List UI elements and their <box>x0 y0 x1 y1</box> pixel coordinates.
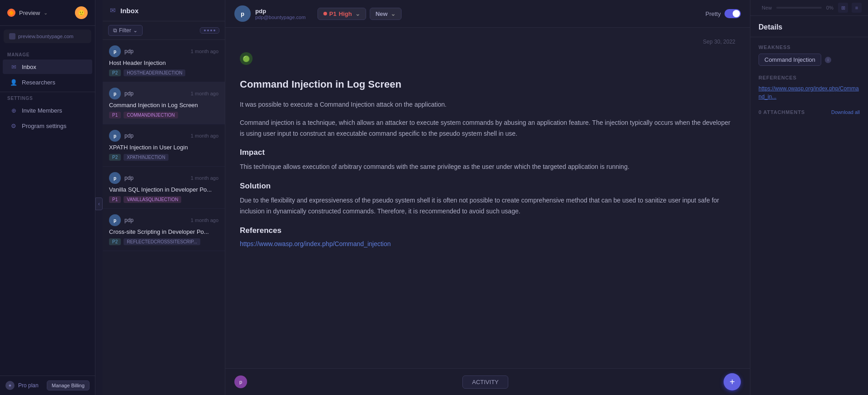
inbox-author-2: pdp <box>124 133 134 139</box>
progress-track <box>776 7 822 9</box>
inbox-avatar-0: p <box>109 45 121 57</box>
inbox-item-3[interactable]: p pdp 1 month ago Vanilla SQL Injection … <box>103 167 225 209</box>
inbox-avatar-4: p <box>109 214 121 226</box>
inbox-item-0[interactable]: p pdp 1 month ago Host Header Injection … <box>103 40 225 82</box>
inbox-toolbar: ⧉ Filter ⌄ <box>103 21 225 40</box>
sidebar-researchers-label: Researchers <box>22 79 55 86</box>
report-email: pdp@bountypage.com <box>255 15 306 20</box>
report-author-avatar: p <box>234 5 251 22</box>
weakness-info-icon[interactable]: i <box>825 57 831 63</box>
inbox-item-4[interactable]: p pdp 1 month ago Cross-site Scripting i… <box>103 209 225 251</box>
fab-add-button[interactable]: + <box>724 373 741 390</box>
sidebar-settings-label: Program settings <box>22 123 66 129</box>
inbox-tag-0: HOSTHEADERINJECTION <box>124 69 185 76</box>
references-title: References <box>240 226 735 235</box>
solution-title: Solution <box>240 182 735 191</box>
report-reference-link[interactable]: https://www.owasp.org/index.php/Command_… <box>240 240 391 247</box>
activity-button[interactable]: ACTIVITY <box>462 375 508 389</box>
url-text: preview.bountypage.com <box>18 34 74 39</box>
sidebar-collapse-button[interactable]: ‹ <box>95 198 103 210</box>
bottom-avatar: p <box>234 375 247 388</box>
inbox-time-2: 1 month ago <box>191 133 218 138</box>
attachments-section: 0 Attachments Download all <box>759 109 860 115</box>
status-value: New <box>376 10 388 17</box>
dot3 <box>210 30 212 31</box>
filter-icon: ⧉ <box>113 27 117 34</box>
report-username: pdp <box>255 8 306 15</box>
dots-menu-button[interactable] <box>200 27 219 34</box>
inbox-item-2[interactable]: p pdp 1 month ago XPATH Injection in Use… <box>103 124 225 167</box>
inbox-avatar-2: p <box>109 130 121 142</box>
severity-badge[interactable]: P1 High ⌄ <box>317 8 366 20</box>
manage-billing-button[interactable]: Manage Billing <box>47 380 89 390</box>
main-content: p pdp pdp@bountypage.com P1 High ⌄ New ⌄… <box>225 0 750 395</box>
pretty-toggle-switch[interactable] <box>724 9 741 18</box>
manage-section-label: MANAGE <box>0 47 95 59</box>
preview-label: Preview <box>19 10 40 16</box>
report-header: p pdp pdp@bountypage.com P1 High ⌄ New ⌄… <box>225 0 750 28</box>
report-body: Sep 30, 2022 🟢 Command Injection in Log … <box>225 28 750 368</box>
inbox-priority-4: P2 <box>109 238 121 245</box>
weakness-label: Weakness <box>759 44 860 50</box>
top-progress-bar: New 0% ⊞ ≡ <box>750 0 868 16</box>
pretty-label: Pretty <box>705 10 721 17</box>
report-date: Sep 30, 2022 <box>240 39 735 45</box>
list-icon[interactable]: ≡ <box>852 3 862 13</box>
report-user-info: pdp pdp@bountypage.com <box>255 8 306 20</box>
inbox-title-1: Command Injection in Log Screen <box>109 102 218 109</box>
inbox-priority-2: P2 <box>109 154 121 161</box>
details-body: Weakness Command Injection i References … <box>750 37 868 126</box>
sidebar-item-researchers[interactable]: 👤 Researchers <box>3 75 92 89</box>
sidebar-invite-label: Invite Members <box>22 107 62 114</box>
filter-button[interactable]: ⧉ Filter ⌄ <box>108 25 143 36</box>
report-intro: It was possible to execute a Command Inj… <box>240 99 735 110</box>
bottom-bar: p ACTIVITY + <box>225 368 750 395</box>
download-all-button[interactable]: Download all <box>831 109 860 115</box>
report-background: Command injection is a technique, which … <box>240 118 735 139</box>
references-label: References <box>759 75 860 80</box>
status-chevron-icon: ⌄ <box>391 10 396 17</box>
inbox-tag-3: VANILLASQLINJECTION <box>124 196 181 203</box>
inbox-author-1: pdp <box>124 90 134 97</box>
inbox-tag-4: REFLECTEDCROSSSITESCRIP... <box>124 238 200 245</box>
settings-section-label: SETTINGS <box>0 92 95 103</box>
sidebar-header: 🔶 Preview ⌄ 🙂 <box>0 0 95 26</box>
sidebar-inbox-label: Inbox <box>22 64 36 70</box>
report-status-dot: 🟢 <box>240 52 253 65</box>
inbox-priority-1: P1 <box>109 112 121 118</box>
new-label: New <box>762 5 772 10</box>
sidebar-item-invite-members[interactable]: ⊕ Invite Members <box>3 103 92 118</box>
report-title: Command Injection in Log Screen <box>240 79 735 90</box>
severity-label: P1 <box>329 10 337 17</box>
filter-label: Filter <box>119 27 131 34</box>
inbox-title-0: Host Header Injection <box>109 59 218 66</box>
weakness-value: Command Injection <box>764 56 815 63</box>
references-section: References https://www.owasp.org/index.p… <box>759 75 860 100</box>
researchers-icon: 👤 <box>10 79 17 86</box>
sidebar-item-inbox[interactable]: ✉ Inbox <box>3 59 92 74</box>
status-badge[interactable]: New ⌄ <box>370 8 402 20</box>
inbox-author-0: pdp <box>124 48 134 54</box>
inbox-item-1[interactable]: p pdp 1 month ago Command Injection in L… <box>103 82 225 124</box>
weakness-tag: Command Injection <box>759 54 821 66</box>
details-header: Details <box>750 16 868 37</box>
sidebar-item-program-settings[interactable]: ⚙ Program settings <box>3 118 92 133</box>
inbox-time-0: 1 month ago <box>191 49 218 54</box>
sidebar-url[interactable]: preview.bountypage.com <box>4 30 91 43</box>
attachments-label: 0 Attachments <box>759 109 805 115</box>
inbox-title-4: Cross-site Scripting in Developer Po... <box>109 228 218 235</box>
invite-icon: ⊕ <box>10 107 17 114</box>
inbox-panel: ✉ Inbox ⧉ Filter ⌄ p pdp 1 month ago Hos… <box>103 0 225 395</box>
severity-value: High <box>339 10 352 17</box>
progress-percent: 0% <box>826 5 833 10</box>
inbox-title: Inbox <box>120 7 139 15</box>
inbox-avatar-3: p <box>109 172 121 184</box>
inbox-time-1: 1 month ago <box>191 91 218 96</box>
inbox-tag-2: XPATHINJECTION <box>124 154 169 161</box>
grid-icon[interactable]: ⊞ <box>838 3 848 13</box>
inbox-priority-0: P2 <box>109 69 121 76</box>
details-reference-link[interactable]: https://www.owasp.org/index.php/Command_… <box>759 85 859 100</box>
inbox-time-4: 1 month ago <box>191 217 218 223</box>
inbox-priority-3: P1 <box>109 196 121 203</box>
inbox-icon: ✉ <box>10 63 17 70</box>
